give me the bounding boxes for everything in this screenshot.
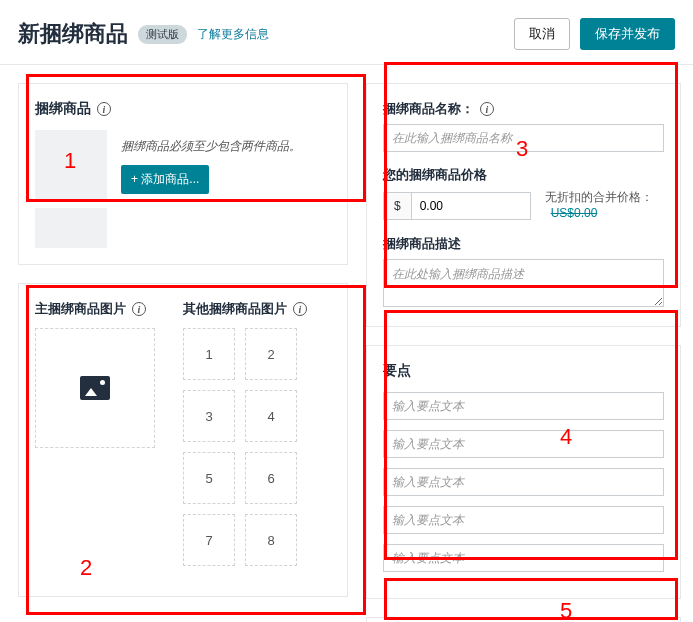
bundle-requirement-message: 捆绑商品必须至少包含两件商品。 [121, 138, 301, 155]
main-image-heading: 主捆绑商品图片 [35, 300, 126, 318]
cancel-button[interactable]: 取消 [514, 18, 570, 50]
bundle-images-card: 主捆绑商品图片 i 其他捆绑商品图片 i 12345678 [18, 283, 348, 597]
bundle-name-input[interactable] [383, 124, 664, 152]
bullet-input[interactable] [383, 544, 664, 572]
name-label: 捆绑商品名称： [383, 100, 474, 118]
bundle-products-card: 捆绑商品 i 捆绑商品必须至少包含两件商品。 + 添加商品... [18, 83, 348, 265]
other-images-heading: 其他捆绑商品图片 [183, 300, 287, 318]
save-publish-button[interactable]: 保存并发布 [580, 18, 675, 50]
bullet-input[interactable] [383, 506, 664, 534]
other-image-slot[interactable]: 4 [245, 390, 297, 442]
other-image-slot[interactable]: 7 [183, 514, 235, 566]
bullet-input[interactable] [383, 392, 664, 420]
currency-symbol: $ [383, 192, 411, 220]
bullet-input[interactable] [383, 430, 664, 458]
info-icon[interactable]: i [293, 302, 307, 316]
product-thumbnail-placeholder [35, 208, 107, 248]
info-icon[interactable]: i [97, 102, 111, 116]
info-icon[interactable]: i [132, 302, 146, 316]
bundle-details-card: 捆绑商品名称： i 您的捆绑商品价格 $ 无折扣的合并价格： US$0.00 [366, 83, 681, 327]
price-input[interactable] [411, 192, 531, 220]
bullet-input[interactable] [383, 468, 664, 496]
other-image-slot[interactable]: 2 [245, 328, 297, 380]
bullets-heading: 要点 [383, 362, 411, 380]
bundle-products-heading: 捆绑商品 [35, 100, 91, 118]
info-icon[interactable]: i [480, 102, 494, 116]
image-placeholder-icon [80, 376, 110, 400]
combined-price-value: US$0.00 [551, 206, 598, 220]
description-textarea[interactable] [383, 259, 664, 307]
description-label: 捆绑商品描述 [383, 235, 461, 253]
other-image-slot[interactable]: 6 [245, 452, 297, 504]
add-product-button[interactable]: + 添加商品... [121, 165, 209, 194]
page-title: 新捆绑商品 [18, 19, 128, 49]
sku-card: SKU i [366, 617, 681, 622]
bullets-card: 要点 [366, 345, 681, 599]
other-image-slot[interactable]: 1 [183, 328, 235, 380]
other-image-slot[interactable]: 5 [183, 452, 235, 504]
main-image-slot[interactable] [35, 328, 155, 448]
beta-badge: 测试版 [138, 25, 187, 44]
product-thumbnail-placeholder [35, 130, 107, 202]
price-label: 您的捆绑商品价格 [383, 166, 487, 184]
other-image-slot[interactable]: 8 [245, 514, 297, 566]
other-image-slot[interactable]: 3 [183, 390, 235, 442]
learn-more-link[interactable]: 了解更多信息 [197, 26, 269, 43]
combined-price-label: 无折扣的合并价格： [545, 190, 653, 204]
